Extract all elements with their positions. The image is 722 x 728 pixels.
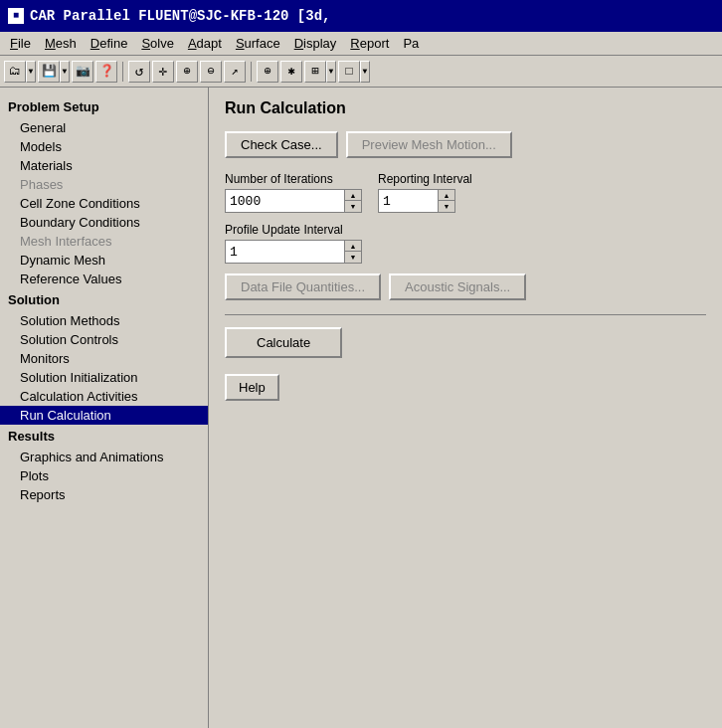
menu-file[interactable]: File bbox=[4, 34, 37, 53]
menu-surface[interactable]: Surface bbox=[230, 34, 286, 53]
sidebar-item-general[interactable]: General bbox=[0, 118, 208, 137]
profile-update-input[interactable] bbox=[225, 240, 344, 264]
open-arrow[interactable]: ▼ bbox=[26, 61, 36, 83]
preview-mesh-motion-button[interactable]: Preview Mesh Motion... bbox=[346, 131, 512, 158]
title-text: CAR Parallel FLUENT@SJC-KFB-120 [3d, bbox=[30, 8, 330, 24]
save-arrow[interactable]: ▼ bbox=[60, 61, 70, 83]
top-button-row: Check Case... Preview Mesh Motion... bbox=[225, 131, 706, 158]
iterations-down-btn[interactable]: ▼ bbox=[345, 201, 361, 212]
sidebar-item-solution-methods[interactable]: Solution Methods bbox=[0, 311, 208, 330]
sidebar-item-cell-zone-conditions[interactable]: Cell Zone Conditions bbox=[0, 194, 208, 213]
sidebar: Problem Setup General Models Materials P… bbox=[0, 88, 209, 728]
menu-report[interactable]: Report bbox=[344, 34, 395, 53]
window-dropdown[interactable]: □ ▼ bbox=[338, 61, 370, 83]
pointer-btn[interactable]: ↗ bbox=[224, 61, 246, 83]
separator-2 bbox=[251, 62, 252, 82]
profile-update-spinner: ▲ ▼ bbox=[225, 240, 362, 264]
toolbar: 🗂 ▼ 💾 ▼ 📷 ❓ ↺ ✛ ⊕ ⊖ ↗ ⊕ ✱ ⊞ ▼ □ ▼ bbox=[0, 56, 722, 88]
divider bbox=[225, 314, 706, 315]
menu-display[interactable]: Display bbox=[288, 34, 343, 53]
zoom-fit-btn[interactable]: ⊕ bbox=[257, 61, 278, 83]
grid-arrow[interactable]: ▼ bbox=[326, 61, 336, 83]
reporting-down-btn[interactable]: ▼ bbox=[439, 201, 454, 212]
iterations-up-btn[interactable]: ▲ bbox=[345, 190, 361, 201]
grid-btn[interactable]: ⊞ bbox=[304, 61, 326, 83]
sidebar-item-graphics-animations[interactable]: Graphics and Animations bbox=[0, 448, 208, 466]
separator-1 bbox=[122, 62, 123, 82]
profile-update-group: Profile Update Interval ▲ ▼ bbox=[225, 223, 362, 264]
reporting-interval-group: Reporting Interval ▲ ▼ bbox=[378, 172, 472, 213]
save-btn[interactable]: 💾 bbox=[38, 61, 60, 83]
reporting-up-btn[interactable]: ▲ bbox=[439, 190, 454, 201]
calculate-button[interactable]: Calculate bbox=[225, 327, 342, 358]
zoom-out-btn[interactable]: ⊖ bbox=[200, 61, 222, 83]
section-results: Results bbox=[0, 425, 208, 448]
content-area: Run Calculation Check Case... Preview Me… bbox=[209, 88, 722, 728]
section-solution: Solution bbox=[0, 288, 208, 311]
pan-btn[interactable]: ✛ bbox=[152, 61, 174, 83]
sidebar-item-reports[interactable]: Reports bbox=[0, 485, 208, 504]
reporting-interval-input[interactable] bbox=[378, 189, 438, 213]
section-problem-setup: Problem Setup bbox=[0, 95, 208, 118]
reporting-interval-spin-buttons: ▲ ▼ bbox=[438, 189, 455, 213]
help-button[interactable]: Help bbox=[225, 374, 279, 401]
mesh-btn[interactable]: ✱ bbox=[280, 61, 302, 83]
menu-define[interactable]: Define bbox=[85, 34, 134, 53]
check-case-button[interactable]: Check Case... bbox=[225, 131, 338, 158]
sidebar-item-phases[interactable]: Phases bbox=[0, 175, 208, 194]
sidebar-item-run-calculation[interactable]: Run Calculation bbox=[0, 406, 208, 425]
reporting-interval-spinner: ▲ ▼ bbox=[378, 189, 472, 213]
iterations-row: Number of Iterations ▲ ▼ Reporting Inter… bbox=[225, 172, 706, 213]
iterations-group: Number of Iterations ▲ ▼ bbox=[225, 172, 362, 213]
data-buttons-row: Data File Quantities... Acoustic Signals… bbox=[225, 273, 706, 300]
open-btn[interactable]: 🗂 bbox=[4, 61, 26, 83]
main-layout: Problem Setup General Models Materials P… bbox=[0, 88, 722, 728]
iterations-label: Number of Iterations bbox=[225, 172, 362, 186]
zoom-in-btn[interactable]: ⊕ bbox=[176, 61, 198, 83]
help-btn[interactable]: ❓ bbox=[95, 61, 117, 83]
profile-row: Profile Update Interval ▲ ▼ bbox=[225, 223, 706, 264]
profile-up-btn[interactable]: ▲ bbox=[345, 241, 361, 252]
sidebar-item-plots[interactable]: Plots bbox=[0, 466, 208, 485]
profile-update-label: Profile Update Interval bbox=[225, 223, 362, 237]
sidebar-item-dynamic-mesh[interactable]: Dynamic Mesh bbox=[0, 251, 208, 270]
sidebar-item-mesh-interfaces[interactable]: Mesh Interfaces bbox=[0, 232, 208, 251]
save-dropdown[interactable]: 💾 ▼ bbox=[38, 61, 70, 83]
iterations-spinner: ▲ ▼ bbox=[225, 189, 362, 213]
menu-adapt[interactable]: Adapt bbox=[182, 34, 228, 53]
sidebar-item-monitors[interactable]: Monitors bbox=[0, 349, 208, 368]
panel-title: Run Calculation bbox=[225, 99, 706, 117]
sidebar-item-solution-controls[interactable]: Solution Controls bbox=[0, 330, 208, 349]
data-file-quantities-button[interactable]: Data File Quantities... bbox=[225, 273, 381, 300]
camera-btn[interactable]: 📷 bbox=[72, 61, 93, 83]
iterations-spin-buttons: ▲ ▼ bbox=[344, 189, 362, 213]
app-icon: ■ bbox=[8, 8, 24, 24]
window-btn[interactable]: □ bbox=[338, 61, 360, 83]
refresh-btn[interactable]: ↺ bbox=[128, 61, 150, 83]
sidebar-item-reference-values[interactable]: Reference Values bbox=[0, 270, 208, 288]
window-arrow[interactable]: ▼ bbox=[360, 61, 370, 83]
profile-update-spin-buttons: ▲ ▼ bbox=[344, 240, 362, 264]
sidebar-item-calculation-activities[interactable]: Calculation Activities bbox=[0, 387, 208, 406]
iterations-input[interactable] bbox=[225, 189, 344, 213]
menu-pa[interactable]: Pa bbox=[397, 34, 425, 53]
acoustic-signals-button[interactable]: Acoustic Signals... bbox=[389, 273, 526, 300]
menu-bar: File Mesh Define Solve Adapt Surface Dis… bbox=[0, 32, 722, 56]
reporting-interval-label: Reporting Interval bbox=[378, 172, 472, 186]
menu-mesh[interactable]: Mesh bbox=[39, 34, 83, 53]
open-dropdown[interactable]: 🗂 ▼ bbox=[4, 61, 36, 83]
grid-dropdown[interactable]: ⊞ ▼ bbox=[304, 61, 336, 83]
sidebar-item-solution-initialization[interactable]: Solution Initialization bbox=[0, 368, 208, 387]
profile-down-btn[interactable]: ▼ bbox=[345, 252, 361, 263]
sidebar-item-boundary-conditions[interactable]: Boundary Conditions bbox=[0, 213, 208, 232]
sidebar-item-models[interactable]: Models bbox=[0, 137, 208, 156]
title-bar: ■ CAR Parallel FLUENT@SJC-KFB-120 [3d, bbox=[0, 0, 722, 32]
menu-solve[interactable]: Solve bbox=[135, 34, 180, 53]
sidebar-item-materials[interactable]: Materials bbox=[0, 156, 208, 175]
